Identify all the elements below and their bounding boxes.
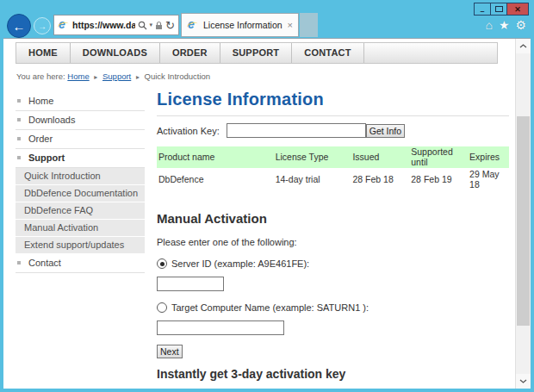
menu-item-home[interactable]: HOME — [16, 43, 71, 63]
menu-item-downloads[interactable]: DOWNLOADS — [71, 43, 160, 63]
col-issued: Issued — [351, 146, 409, 168]
sidebar-subitem-quick-introduction[interactable]: Quick Introduction — [16, 168, 145, 184]
ie-logo-icon: e — [58, 19, 70, 31]
col-expires: Expires — [468, 146, 509, 168]
license-table-row: DbDefence 14-day trial 28 Feb 18 28 Feb … — [157, 168, 509, 190]
bullet-icon — [17, 137, 21, 140]
sidebar-item-support[interactable]: Support — [16, 149, 145, 168]
target-computer-label: Target Computer Name (example: SATURN1 )… — [171, 302, 369, 313]
sidebar-item-label: Contact — [28, 258, 61, 268]
next-button[interactable]: Next — [157, 345, 183, 358]
activation-key-input[interactable] — [227, 123, 366, 138]
tab-close-icon[interactable]: × — [288, 21, 293, 30]
menu-item-support[interactable]: SUPPORT — [220, 43, 293, 63]
breadcrumb-separator-icon: ▸ — [136, 73, 140, 81]
search-dropdown-icon[interactable]: ▾ — [150, 22, 153, 28]
refresh-icon[interactable]: ↻ — [165, 20, 175, 31]
bullet-icon — [17, 261, 21, 264]
browser-window: – ✕ ← → e https://www.databa... ▾ ↻ e Li… — [0, 0, 534, 392]
address-bar[interactable]: e https://www.databa... ▾ ↻ — [53, 15, 179, 35]
forward-arrow-icon: → — [38, 22, 47, 31]
target-computer-radio[interactable] — [157, 302, 167, 313]
page-title: License Information — [157, 90, 509, 109]
get-info-button[interactable]: Get Info — [366, 124, 405, 138]
cell-issued: 28 Feb 18 — [351, 168, 409, 190]
forward-button[interactable]: → — [34, 17, 51, 34]
sidebar-item-downloads[interactable]: Downloads — [16, 111, 145, 130]
breadcrumb: You are here: Home ▸ Support ▸ Quick Int… — [16, 72, 516, 81]
main-content: License Information Activation Key: Get … — [157, 92, 516, 389]
back-button[interactable]: ← — [7, 14, 31, 38]
col-supported-until: Supported until — [409, 146, 468, 168]
bullet-icon — [17, 118, 21, 121]
back-arrow-icon: ← — [13, 19, 26, 34]
browser-actions: ⌂ ★ ⚙ — [485, 19, 526, 31]
favorites-star-icon[interactable]: ★ — [499, 19, 510, 31]
sidebar-subitem-extend-support[interactable]: Extend support/updates — [16, 237, 145, 253]
chevron-up-icon — [519, 44, 527, 48]
target-computer-input[interactable] — [157, 320, 284, 335]
site-menubar: HOME DOWNLOADS ORDER SUPPORT CONTACT — [16, 42, 498, 64]
menu-item-contact[interactable]: CONTACT — [292, 43, 363, 63]
breadcrumb-link-home[interactable]: Home — [67, 72, 89, 81]
menu-item-order[interactable]: ORDER — [160, 43, 220, 63]
sidebar-item-order[interactable]: Order — [16, 130, 145, 149]
page: HOME DOWNLOADS ORDER SUPPORT CONTACT You… — [3, 39, 516, 389]
server-id-input[interactable] — [157, 277, 224, 291]
activation-key-label: Activation Key: — [157, 126, 220, 136]
breadcrumb-link-support[interactable]: Support — [102, 72, 131, 81]
breadcrumb-separator-icon: ▸ — [94, 73, 97, 81]
breadcrumb-prefix: You are here: — [16, 72, 65, 81]
activation-key-row: Activation Key: Get Info — [157, 123, 509, 138]
sidebar-item-label: Order — [28, 134, 53, 144]
chevron-down-icon — [519, 379, 527, 383]
cell-license-type: 14-day trial — [274, 168, 351, 190]
col-product-name: Product name — [157, 146, 274, 168]
page-scrollbar[interactable] — [515, 39, 531, 389]
cell-expires: 29 May 18 — [468, 168, 509, 190]
content-frame: HOME DOWNLOADS ORDER SUPPORT CONTACT You… — [3, 38, 531, 389]
sidebar-item-label: Support — [28, 152, 65, 163]
server-id-radio[interactable] — [157, 258, 167, 269]
cell-supported-until: 28 Feb 19 — [409, 168, 468, 190]
sidebar-item-label: Home — [28, 96, 53, 106]
sidebar-item-label: Downloads — [28, 115, 75, 125]
home-icon[interactable]: ⌂ — [485, 19, 492, 31]
manual-activation-title: Manual Activation — [157, 211, 509, 226]
new-tab-button[interactable] — [300, 13, 318, 37]
col-license-type: License Type — [274, 146, 351, 168]
browser-tab[interactable]: e License Information × — [181, 13, 299, 37]
scroll-down-button[interactable] — [516, 374, 531, 389]
target-computer-option: Target Computer Name (example: SATURN1 )… — [157, 302, 509, 313]
breadcrumb-current: Quick Introduction — [145, 72, 211, 81]
sidebar: Home Downloads Order Support Quick Int — [16, 92, 145, 389]
server-id-option: Server ID (example: A9E461FE): — [157, 258, 509, 269]
search-icon[interactable] — [138, 21, 147, 30]
sidebar-subitem-dbdefence-faq[interactable]: DbDefence FAQ — [16, 202, 145, 219]
url-text[interactable]: https://www.databa... — [72, 20, 135, 30]
sidebar-item-home[interactable]: Home — [16, 92, 145, 111]
scroll-up-button[interactable] — [516, 39, 531, 53]
tab-ie-icon: e — [187, 19, 199, 31]
bullet-icon — [17, 99, 21, 103]
license-table: Product name License Type Issued Support… — [157, 146, 509, 190]
server-id-label: Server ID (example: A9E461FE): — [171, 258, 309, 269]
cell-product-name: DbDefence — [157, 168, 274, 190]
sidebar-item-contact[interactable]: Contact — [16, 254, 145, 273]
sidebar-subitem-dbdefence-documentation[interactable]: DbDefence Documentation — [16, 185, 145, 202]
license-table-header-row: Product name License Type Issued Support… — [157, 146, 509, 168]
divider — [157, 115, 509, 116]
sidebar-subitem-manual-activation[interactable]: Manual Activation — [16, 220, 145, 236]
manual-instruction: Please enter one of the following: — [157, 237, 509, 247]
lock-icon — [155, 21, 163, 30]
instant-key-title: Instantly get 3-day activation key — [157, 367, 509, 381]
bullet-icon — [17, 156, 21, 159]
tab-title: License Information — [203, 20, 283, 30]
browser-toolbar: ← → e https://www.databa... ▾ ↻ e Licens… — [0, 0, 534, 38]
settings-gear-icon[interactable]: ⚙ — [515, 19, 526, 31]
scrollbar-thumb[interactable] — [517, 116, 530, 326]
